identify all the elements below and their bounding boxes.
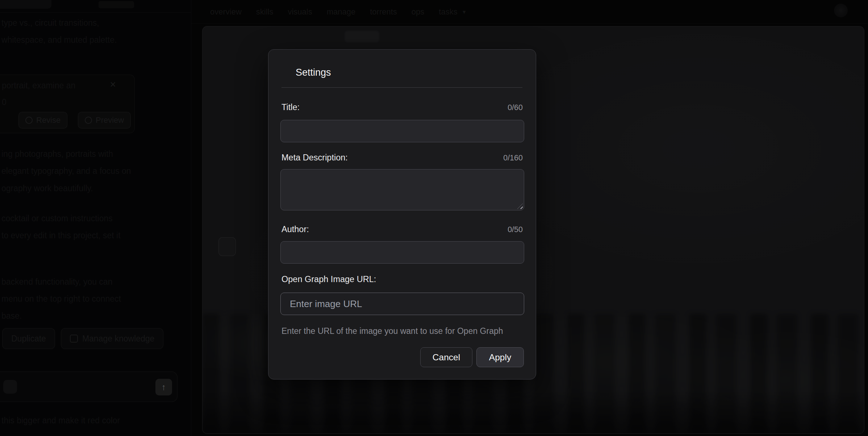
title-label-row: Title: 0/60 <box>281 102 523 112</box>
modal-button-row: Cancel Apply <box>420 347 524 367</box>
app-root: overview skills visuals manage torrents … <box>0 0 868 436</box>
author-label: Author: <box>281 225 309 234</box>
meta-description-char-counter: 0/160 <box>503 154 523 163</box>
og-helper-text: Enter the URL of the image you want to u… <box>281 326 503 336</box>
og-label-row: Open Graph Image URL: <box>281 274 523 284</box>
meta-description-label: Meta Description: <box>281 153 348 163</box>
meta-description-textarea[interactable] <box>280 169 524 210</box>
author-label-row: Author: 0/50 <box>281 225 523 234</box>
title-label: Title: <box>281 102 300 112</box>
title-input[interactable] <box>280 120 524 142</box>
author-char-counter: 0/50 <box>508 225 523 234</box>
divider <box>281 87 522 88</box>
author-input[interactable] <box>280 241 524 264</box>
title-char-counter: 0/60 <box>508 103 523 112</box>
cancel-button[interactable]: Cancel <box>420 347 472 367</box>
meta-description-label-row: Meta Description: 0/160 <box>281 153 523 163</box>
settings-modal: Settings Title: 0/60 Meta Description: 0… <box>268 49 536 380</box>
meta-description-wrap <box>280 169 524 210</box>
og-image-url-label: Open Graph Image URL: <box>281 274 376 284</box>
apply-button[interactable]: Apply <box>476 347 524 367</box>
modal-title: Settings <box>296 67 331 78</box>
og-image-url-input[interactable] <box>280 293 524 315</box>
